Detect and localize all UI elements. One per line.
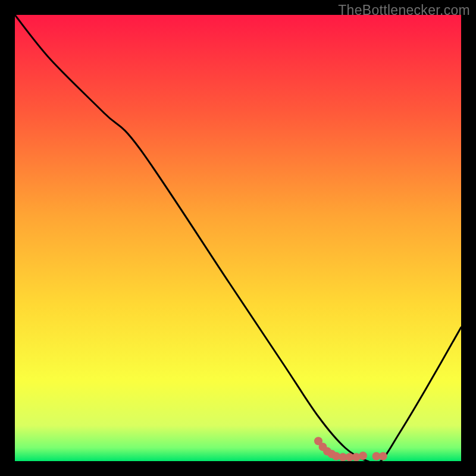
bottleneck-chart	[15, 15, 461, 461]
plot-area	[15, 15, 461, 461]
optimal-dot	[359, 452, 367, 460]
chart-frame: TheBottlenecker.com	[0, 0, 476, 476]
optimal-dot	[379, 452, 387, 461]
gradient-background	[15, 15, 461, 461]
